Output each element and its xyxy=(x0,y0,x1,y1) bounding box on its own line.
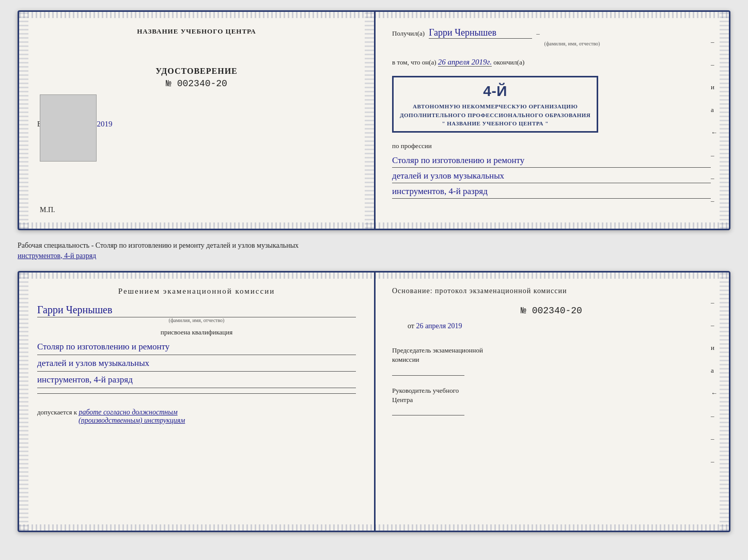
profession-block: Столяр по изготовлению и ремонту деталей… xyxy=(392,153,711,199)
qual-line1: Столяр по изготовлению и ремонту xyxy=(37,340,356,355)
stamp-line3: ДОПОЛНИТЕЛЬНОГО ПРОФЕССИОНАЛЬНОГО ОБРАЗО… xyxy=(400,111,590,120)
top-document: НАЗВАНИЕ УЧЕБНОГО ЦЕНТРА УДОСТОВЕРЕНИЕ №… xyxy=(18,10,730,230)
dopuskaetsya-label: допускается к xyxy=(37,408,77,416)
stamp-block: 4-й АВТОНОМНУЮ НЕКОММЕРЧЕСКУЮ ОРГАНИЗАЦИ… xyxy=(392,72,711,137)
prisvoena-label: присвоена квалификация xyxy=(37,328,356,337)
bottom-document: Решением экаменационной комиссии Гарри Ч… xyxy=(18,271,730,532)
fio-hint-top: (фамилия, имя, отчество) xyxy=(433,41,711,46)
top-left-page: НАЗВАНИЕ УЧЕБНОГО ЦЕНТРА УДОСТОВЕРЕНИЕ №… xyxy=(19,12,374,229)
chairman-block: Председатель экзаменационной комиссии xyxy=(392,346,711,375)
qual-line3: инструментов, 4-й разряд xyxy=(37,373,356,388)
udostoverenie-number: № 002340-20 xyxy=(37,78,356,89)
date-value: 26 апреля 2019г. xyxy=(438,58,492,67)
dopuskaetsya-value2: (производственным) инструкциям xyxy=(79,417,185,424)
stamp: 4-й АВТОНОМНУЮ НЕКОММЕРЧЕСКУЮ ОРГАНИЗАЦИ… xyxy=(392,76,598,133)
qual-line2: деталей и узлов музыкальных xyxy=(37,356,356,372)
stamp-line4: " НАЗВАНИЕ УЧЕБНОГО ЦЕНТРА " xyxy=(400,119,590,128)
bottom-left-page: Решением экаменационной комиссии Гарри Ч… xyxy=(19,273,374,531)
top-right-page: Получил(а) Гарри Чернышев – (фамилия, им… xyxy=(374,12,729,229)
ot-line: от 26 апреля 2019 xyxy=(392,322,711,330)
caption-bar: Рабочая специальность - Столяр по изгото… xyxy=(18,238,730,263)
stamp-line2: АВТОНОМНУЮ НЕКОММЕРЧЕСКУЮ ОРГАНИЗАЦИЮ xyxy=(400,102,590,111)
fio-hint-bottom: (фамилия, имя, отчество) xyxy=(37,317,356,323)
profession-line2: деталей и узлов музыкальных xyxy=(392,169,711,183)
commission-title: Решением экаменационной комиссии xyxy=(37,287,356,296)
profession-line1: Столяр по изготовлению и ремонту xyxy=(392,153,711,168)
bottom-name: Гарри Чернышев xyxy=(37,304,356,317)
rukovoditel-label: Руководитель учебного Центра xyxy=(392,386,711,405)
profession-line3: инструментов, 4-й разряд xyxy=(392,184,711,199)
po-professii-label: по профессии xyxy=(392,142,711,150)
mp-label: М.П. xyxy=(40,206,55,214)
rukovoditel-sig-line xyxy=(392,415,464,415)
recipient-name: Гарри Чернышев xyxy=(429,27,532,39)
chairman-sig-line xyxy=(392,375,464,376)
ot-date: 26 апреля 2019 xyxy=(416,322,462,330)
caption-underlined: инструментов, 4-й разряд xyxy=(18,252,96,260)
osnovaniye-label: Основание: протокол экзаменационной коми… xyxy=(392,287,711,295)
rank-label: 4-й xyxy=(400,81,590,102)
dopuskaetsya-value: работе согласно должностным xyxy=(79,408,177,416)
qualification-block: Столяр по изготовлению и ремонту деталей… xyxy=(37,340,356,388)
udostoverenie-title: УДОСТОВЕРЕНИЕ xyxy=(37,67,356,76)
bottom-right-side-marks: – – и а ← – – – xyxy=(711,298,718,466)
udostoverenie-block: УДОСТОВЕРЕНИЕ № 002340-20 xyxy=(37,67,356,89)
v-tom-block: в том, что он(а) 26 апреля 2019г. окончи… xyxy=(392,58,711,67)
protocol-number: № 002340-20 xyxy=(392,306,711,316)
chairman-label: Председатель экзаменационной комиссии xyxy=(392,346,711,364)
photo-placeholder xyxy=(40,94,97,162)
right-side-marks: – – и а ← – – – xyxy=(711,38,718,205)
dopuskaetsya-block: допускается к работе согласно должностны… xyxy=(37,408,356,425)
recipient-row: Получил(а) Гарри Чернышев – xyxy=(392,27,711,40)
name-block: Гарри Чернышев (фамилия, имя, отчество) xyxy=(37,304,356,323)
center-label: НАЗВАНИЕ УЧЕБНОГО ЦЕНТРА xyxy=(37,27,356,36)
rukovoditel-block: Руководитель учебного Центра xyxy=(392,386,711,415)
bottom-right-page: Основание: протокол экзаменационной коми… xyxy=(374,273,729,531)
caption-normal: Рабочая специальность - Столяр по изгото… xyxy=(18,242,299,249)
